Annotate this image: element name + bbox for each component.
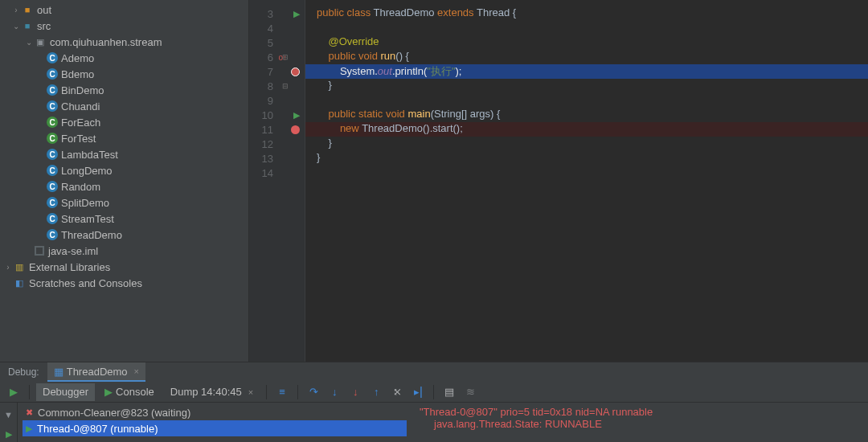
debug-tool-window[interactable]: Debug: ▦ ThreadDemo × ▶ Debugger ▶Consol… bbox=[0, 362, 868, 442]
editor-gutter[interactable]: 3▶ 4 5 6o↑⊟ 7 8⊟ 9 10▶ 11 12 13 14 bbox=[249, 0, 305, 362]
project-tree[interactable]: › ■ out ⌄ ■ src ⌄ ▣ com.qiuhuanhen.strea… bbox=[0, 0, 249, 362]
class-icon: C bbox=[47, 68, 58, 80]
force-step-into-button[interactable]: ↓ bbox=[346, 383, 364, 401]
tree-label: com.qiuhuanhen.stream bbox=[50, 36, 162, 48]
class-icon: C bbox=[47, 149, 58, 160]
chevron-right-icon: › bbox=[3, 263, 13, 272]
tree-class-bdemo[interactable]: CBdemo bbox=[0, 66, 248, 82]
dump-line: "Thread-0@807" prio=5 tid=0x18 nid=NA ru… bbox=[420, 406, 860, 418]
class-icon: C bbox=[47, 84, 58, 96]
breakpoint-line: new ThreadDemo().start(); bbox=[305, 122, 868, 137]
step-out-button[interactable]: ↑ bbox=[367, 383, 385, 401]
tree-class-splitdemo[interactable]: CSplitDemo bbox=[0, 194, 248, 211]
tree-label: ForEach bbox=[61, 117, 100, 129]
tree-class-foreach[interactable]: CForEach bbox=[0, 114, 248, 130]
class-icon: C bbox=[47, 229, 58, 240]
tree-label: ForTest bbox=[61, 133, 96, 145]
class-icon: C bbox=[47, 181, 58, 192]
filter-button[interactable]: ▼ bbox=[0, 406, 18, 423]
thread-name: Common-Cleaner@823 (waiting) bbox=[38, 407, 190, 419]
step-into-button[interactable]: ↓ bbox=[326, 383, 343, 401]
line-number: 6 bbox=[257, 51, 273, 63]
execution-line: System.out.println("执行"); bbox=[305, 64, 868, 79]
breakpoint-icon[interactable] bbox=[291, 125, 300, 134]
tree-label: Chuandi bbox=[61, 100, 100, 113]
thread-row[interactable]: ✖Common-Cleaner@823 (waiting) bbox=[23, 404, 407, 420]
line-number: 10 bbox=[257, 109, 273, 121]
tree-label: LambdaTest bbox=[61, 149, 118, 161]
chevron-down-icon: ⌄ bbox=[11, 22, 21, 31]
tree-class-longdemo[interactable]: CLongDemo bbox=[0, 162, 248, 178]
drop-frame-button[interactable]: ⤪ bbox=[388, 383, 406, 401]
tree-class-lambdatest[interactable]: CLambdaTest bbox=[0, 146, 248, 162]
run-to-cursor-button[interactable]: ▸ǀ bbox=[409, 383, 427, 401]
show-execution-point-button[interactable]: ≡ bbox=[273, 383, 291, 401]
line-number: 12 bbox=[257, 138, 273, 150]
tree-class-streamtest[interactable]: CStreamTest bbox=[0, 211, 248, 227]
evaluate-expression-button[interactable]: ▤ bbox=[440, 383, 458, 401]
class-icon: C bbox=[47, 197, 58, 208]
tree-class-ademo[interactable]: CAdemo bbox=[0, 50, 248, 66]
line-number: 7 bbox=[257, 66, 273, 78]
line-number: 14 bbox=[257, 167, 273, 179]
source-folder-icon: ■ bbox=[21, 19, 34, 32]
line-number: 11 bbox=[257, 124, 273, 136]
class-icon: C bbox=[47, 213, 58, 224]
tree-label: SplitDemo bbox=[61, 197, 109, 209]
application-icon: ▦ bbox=[54, 366, 63, 378]
tree-label: ThreadDemo bbox=[61, 229, 122, 241]
code-editor[interactable]: 3▶ 4 5 6o↑⊟ 7 8⊟ 9 10▶ 11 12 13 14 publi… bbox=[249, 0, 868, 362]
line-number: 8 bbox=[257, 80, 273, 92]
run-gutter-icon[interactable]: ▶ bbox=[293, 110, 300, 121]
tree-class-bindemo[interactable]: CBinDemo bbox=[0, 82, 248, 98]
line-number: 3 bbox=[257, 8, 273, 20]
code-area[interactable]: public class ThreadDemo extends Thread {… bbox=[305, 0, 868, 362]
close-icon[interactable]: × bbox=[131, 366, 139, 376]
chevron-down-icon: ⌄ bbox=[24, 38, 34, 47]
tree-folder-out[interactable]: › ■ out bbox=[0, 2, 248, 18]
tree-folder-src[interactable]: ⌄ ■ src bbox=[0, 18, 248, 34]
tree-class-random[interactable]: CRandom bbox=[0, 178, 248, 194]
tree-label: Random bbox=[61, 181, 100, 193]
close-icon[interactable]: × bbox=[245, 387, 253, 397]
debug-runconfig-tab[interactable]: ▦ ThreadDemo × bbox=[47, 362, 145, 382]
tree-scratches[interactable]: ◧ Scratches and Consoles bbox=[0, 275, 248, 291]
resume-button[interactable]: ▶ bbox=[5, 383, 23, 401]
trace-button[interactable]: ≋ bbox=[461, 383, 479, 401]
console-tab[interactable]: ▶Console bbox=[98, 383, 161, 401]
tree-label: src bbox=[37, 20, 51, 32]
fold-icon[interactable]: ⊟ bbox=[282, 82, 289, 90]
folder-icon: ■ bbox=[21, 3, 34, 16]
thread-state-icon: ✖ bbox=[26, 407, 33, 418]
class-icon: C bbox=[47, 133, 58, 144]
library-icon: ▥ bbox=[13, 260, 26, 273]
thread-row[interactable]: ▶Thread-0@807 (runnable) bbox=[23, 420, 407, 436]
threads-list[interactable]: ✖Common-Cleaner@823 (waiting)▶Thread-0@8… bbox=[18, 403, 411, 442]
tree-package[interactable]: ⌄ ▣ com.qiuhuanhen.stream bbox=[0, 34, 248, 50]
tree-label: Scratches and Consoles bbox=[29, 277, 142, 289]
run-gutter-icon[interactable]: ▶ bbox=[293, 9, 300, 19]
step-over-button[interactable]: ↷ bbox=[305, 383, 322, 401]
tree-file-iml[interactable]: java-se.iml bbox=[0, 243, 248, 259]
debug-side-toolbar: ▼ ▶ bbox=[0, 403, 18, 442]
dump-tab[interactable]: Dump 14:40:45× bbox=[164, 383, 260, 401]
tree-label: LongDemo bbox=[61, 165, 113, 177]
debug-panel-label: Debug: bbox=[0, 366, 47, 378]
thread-name: Thread-0@807 (runnable) bbox=[37, 423, 158, 435]
tree-class-chuandi[interactable]: CChuandi bbox=[0, 98, 248, 114]
line-number: 9 bbox=[257, 95, 273, 107]
tab-label: ThreadDemo bbox=[67, 366, 128, 378]
thread-dump-output[interactable]: "Thread-0@807" prio=5 tid=0x18 nid=NA ru… bbox=[411, 403, 868, 442]
tree-label: External Libraries bbox=[29, 261, 110, 273]
thread-state-icon: ▶ bbox=[26, 424, 32, 434]
rerun-button[interactable]: ▶ bbox=[0, 426, 18, 442]
dump-line: java.lang.Thread.State: RUNNABLE bbox=[420, 418, 860, 430]
breakpoint-icon[interactable] bbox=[291, 68, 300, 76]
tree-class-threaddemo[interactable]: CThreadDemo bbox=[0, 227, 248, 243]
fold-icon[interactable]: ⊟ bbox=[282, 53, 289, 61]
tree-class-fortest[interactable]: CForTest bbox=[0, 130, 248, 146]
tree-external-libraries[interactable]: › ▥ External Libraries bbox=[0, 259, 248, 275]
tree-label: Bdemo bbox=[61, 68, 94, 80]
line-number: 4 bbox=[257, 23, 273, 35]
debugger-tab[interactable]: Debugger bbox=[36, 383, 95, 401]
